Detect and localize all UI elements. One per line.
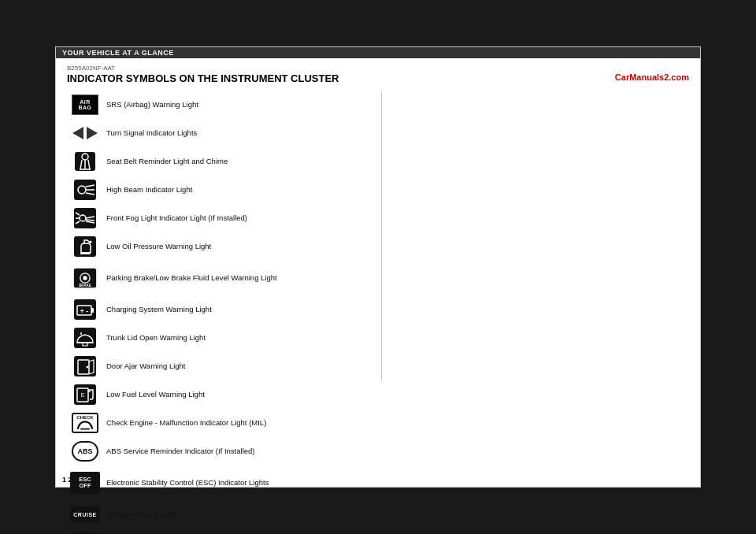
fuel-icon: E	[70, 383, 100, 406]
svg-rect-16	[80, 252, 91, 254]
door-svg	[73, 355, 97, 377]
svg-rect-28	[74, 356, 96, 376]
item-label: Door Ajar Warning Light	[106, 362, 186, 371]
list-item: Turn Signal Indicator Lights	[67, 119, 378, 147]
svg-rect-26	[74, 328, 96, 348]
page-title: INDICATOR SYMBOLS ON THE INSTRUMENT CLUS…	[67, 72, 689, 84]
item-label: High Beam Indicator Light	[106, 185, 192, 195]
content-area: B255A02NF-AAT INDICATOR SYMBOLS ON THE I…	[56, 58, 700, 534]
brake-svg: BRAKE	[73, 267, 97, 289]
svg-rect-24	[91, 308, 94, 313]
fog-svg	[73, 207, 97, 229]
cruise-icon: CRUISE	[70, 502, 100, 526]
list-item: Front Fog Light Indicator Light (If Inst…	[67, 204, 378, 232]
svg-point-20	[83, 276, 87, 280]
check-engine-icon: CHECK	[70, 411, 100, 435]
airbag-icon: AIR BAG	[70, 93, 100, 117]
oil-svg	[73, 235, 97, 258]
list-item: ESC OFF Electronic Stability Control (ES…	[67, 465, 378, 500]
seatbelt-svg	[73, 150, 97, 172]
svg-point-30	[87, 366, 89, 369]
esc-icon: ESC OFF	[70, 471, 100, 495]
item-label: Charging System Warning Light	[106, 305, 212, 314]
trunk-icon	[70, 326, 100, 350]
item-label: Seat Belt Reminder Light and Chime	[106, 157, 228, 166]
svg-text:+  -: + -	[80, 307, 89, 315]
cruise-set-icon: SET	[70, 531, 100, 534]
indicator-grid: AIR BAG SRS (Airbag) Warning Light Turn …	[67, 91, 689, 534]
carmanuals-badge: CarManuals2.com	[615, 72, 689, 82]
item-label: Turn Signal Indicator Lights	[106, 128, 197, 138]
charging-icon: + -	[70, 298, 100, 321]
svg-text:BRAKE: BRAKE	[79, 284, 91, 287]
column-divider	[381, 91, 382, 380]
fog-light-icon	[70, 206, 100, 230]
page-number: 1 2	[62, 476, 72, 484]
list-item: High Beam Indicator Light	[67, 176, 378, 204]
list-item: E Low Fuel Level Warning Light	[67, 380, 378, 409]
item-label: SRS (Airbag) Warning Light	[106, 100, 198, 109]
top-bar-label: YOUR VEHICLE AT A GLANCE	[62, 49, 174, 57]
trunk-svg	[73, 327, 97, 349]
highbeam-icon	[70, 178, 100, 202]
svg-line-13	[86, 220, 94, 221]
item-label: ABS Service Reminder Indicator (If Insta…	[106, 447, 255, 456]
list-item: Seat Belt Reminder Light and Chime	[67, 147, 378, 176]
seatbelt-icon	[70, 150, 100, 173]
svg-point-17	[90, 241, 92, 243]
list-item: ABS ABS Service Reminder Indicator (If I…	[67, 437, 378, 465]
list-item: SET Cruise SET Indicator Light	[67, 528, 378, 534]
list-item: Low Oil Pressure Warning Light	[67, 232, 378, 261]
list-item: Door Ajar Warning Light	[67, 352, 378, 380]
item-label: Low Oil Pressure Warning Light	[106, 242, 211, 251]
brake-icon: BRAKE	[70, 266, 100, 290]
left-column: AIR BAG SRS (Airbag) Warning Light Turn …	[67, 91, 378, 380]
turn-signal-icon	[70, 121, 100, 145]
list-item: BRAKE Parking Brake/Low Brake Fluid Leve…	[67, 261, 378, 295]
doc-id: B255A02NF-AAT	[67, 65, 689, 72]
fuel-svg: E	[73, 384, 97, 406]
item-label: Trunk Lid Open Warning Light	[106, 333, 206, 343]
list-item: AIR BAG SRS (Airbag) Warning Light	[67, 91, 378, 119]
list-item: CRUISE Cruise Indicator Light	[67, 500, 378, 528]
door-icon	[70, 354, 100, 378]
list-item: CHECK Check Engine - Malfunction Indicat…	[67, 409, 378, 437]
item-label: Cruise Indicator Light	[106, 510, 177, 519]
list-item: Trunk Lid Open Warning Light	[67, 324, 378, 352]
item-label: Electronic Stability Control (ESC) Indic…	[106, 478, 269, 488]
top-bar: YOUR VEHICLE AT A GLANCE	[56, 47, 700, 58]
item-label: Low Fuel Level Warning Light	[106, 390, 205, 399]
document-page: YOUR VEHICLE AT A GLANCE B255A02NF-AAT I…	[55, 46, 701, 488]
abs-icon: ABS	[70, 439, 100, 463]
right-column: E Low Fuel Level Warning Light CHECK	[67, 380, 378, 534]
list-item: + - Charging System Warning Light	[67, 295, 378, 324]
highbeam-svg	[73, 179, 97, 201]
item-label: Check Engine - Malfunction Indicator Lig…	[106, 418, 266, 428]
item-label: Front Fog Light Indicator Light (If Inst…	[106, 213, 247, 223]
item-label: Parking Brake/Low Brake Fluid Level Warn…	[106, 273, 277, 283]
svg-text:E: E	[81, 392, 85, 398]
charging-svg: + -	[73, 299, 97, 321]
oil-pressure-icon	[70, 235, 100, 258]
